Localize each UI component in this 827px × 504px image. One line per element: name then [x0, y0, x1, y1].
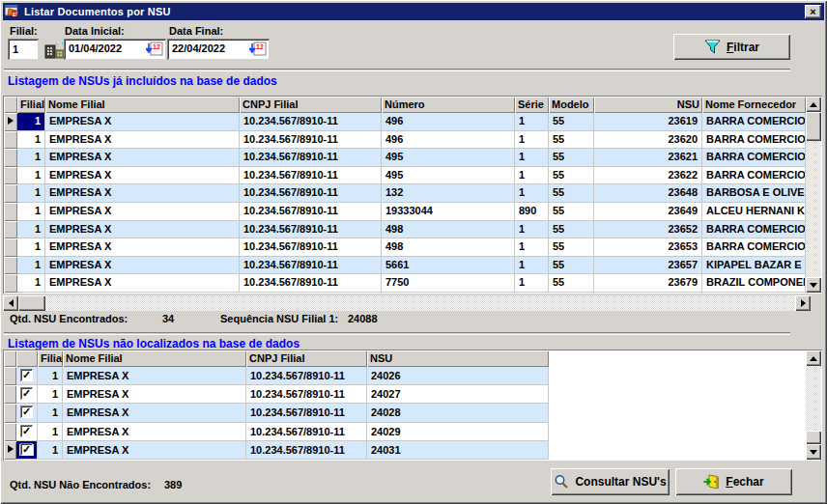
row-indicator-cell[interactable] [4, 385, 16, 404]
cell-modelo[interactable]: 55 [549, 257, 594, 275]
cell-filial[interactable]: 1 [17, 238, 45, 257]
checkbox-checked[interactable]: ✓ [20, 387, 33, 400]
scroll-left-button[interactable] [3, 295, 18, 311]
cell-fornecedor[interactable]: BRAZIL COMPONENT [702, 274, 806, 293]
cell-numero[interactable]: 498 [382, 221, 515, 239]
cell-nome[interactable]: EMPRESA X [45, 257, 240, 275]
cell-cnpj[interactable]: 10.234.567/8910-11 [246, 441, 367, 460]
cell-cnpj[interactable]: 10.234.567/8910-11 [246, 385, 367, 404]
cell-nsu[interactable]: 24031 [367, 441, 549, 460]
row-indicator-cell[interactable] [4, 149, 17, 167]
scroll-up-button[interactable] [806, 350, 821, 366]
cell-nome[interactable]: EMPRESA X [63, 404, 246, 422]
cell-modelo[interactable]: 55 [549, 149, 594, 167]
checkbox-checked[interactable]: ✓ [20, 369, 33, 381]
scroll-right-button[interactable] [795, 295, 811, 311]
cell-nsu[interactable]: 23679 [594, 274, 702, 293]
data-final-field[interactable]: 22/04/2022 12 [167, 39, 270, 60]
column-header-filial[interactable]: Filial [38, 350, 63, 367]
cell-numero[interactable]: 132 [382, 184, 515, 203]
cell-filial[interactable]: 1 [17, 149, 45, 167]
column-header-fornecedor[interactable]: Nome Fornecedor [702, 97, 806, 113]
scroll-thumb[interactable] [806, 431, 821, 444]
fechar-button[interactable]: Fechar [675, 468, 792, 495]
grid1-vertical-scrollbar[interactable] [806, 97, 821, 293]
cell-serie[interactable]: 1 [515, 221, 549, 239]
cell-filial[interactable]: 1 [17, 131, 45, 150]
cell-nome[interactable]: EMPRESA X [45, 221, 240, 239]
cell-filial[interactable]: 1 [17, 203, 45, 221]
cell-nsu[interactable]: 23652 [594, 221, 702, 239]
checkbox-checked[interactable]: ✓ [20, 425, 33, 437]
row-indicator-cell[interactable] [4, 423, 16, 441]
filial-input[interactable]: 1 [8, 39, 39, 60]
cell-nsu[interactable]: 23620 [594, 131, 702, 150]
cell-cnpj[interactable]: 10.234.567/8910-11 [240, 238, 382, 257]
cell-cnpj[interactable]: 10.234.567/8910-11 [240, 257, 382, 275]
cell-modelo[interactable]: 55 [549, 184, 594, 203]
cell-cnpj[interactable]: 10.234.567/8910-11 [246, 404, 367, 422]
checkbox-checked[interactable]: ✓ [20, 443, 33, 456]
cell-filial[interactable]: 1 [17, 167, 45, 185]
cell-filial[interactable]: 1 [38, 367, 63, 385]
cell-nome[interactable]: EMPRESA X [45, 184, 240, 203]
consultar-nsus-button[interactable]: Consultar NSU's [551, 468, 670, 495]
table-row[interactable]: 1EMPRESA X10.234.567/8910-11193330448905… [4, 203, 806, 221]
cell-cnpj[interactable]: 10.234.567/8910-11 [240, 221, 382, 239]
cell-cnpj[interactable]: 10.234.567/8910-11 [240, 203, 382, 221]
table-row[interactable]: 1EMPRESA X10.234.567/8910-1149515523621B… [4, 149, 806, 167]
column-header-nsu[interactable]: NSU [367, 350, 549, 367]
cell-fornecedor[interactable]: BARRA COMERCIO IN [702, 238, 806, 257]
scroll-thumb[interactable] [18, 295, 45, 311]
cell-cnpj[interactable]: 10.234.567/8910-11 [240, 274, 382, 293]
cell-numero[interactable]: 498 [382, 238, 515, 257]
cell-modelo[interactable]: 55 [549, 203, 594, 221]
column-header-serie[interactable]: Série [515, 97, 549, 113]
scroll-up-button[interactable] [806, 97, 821, 112]
cell-nsu[interactable]: 23649 [594, 203, 702, 221]
cell-numero[interactable]: 19333044 [382, 203, 515, 221]
cell-serie[interactable]: 1 [515, 257, 549, 275]
table-row[interactable]: ✓1EMPRESA X10.234.567/8910-1124028 [4, 404, 806, 422]
table-row[interactable]: ✓1EMPRESA X10.234.567/8910-1124026 [4, 367, 806, 385]
cell-nome[interactable]: EMPRESA X [45, 274, 240, 293]
scroll-thumb[interactable] [806, 112, 821, 141]
table-row[interactable]: 1EMPRESA X10.234.567/8910-1149815523653B… [4, 238, 806, 257]
table-row[interactable]: ✓1EMPRESA X10.234.567/8910-1124031 [4, 441, 806, 460]
cell-fornecedor[interactable]: BARRA COMERCIO IN [702, 113, 806, 131]
grid1-horizontal-scrollbar[interactable] [3, 295, 811, 311]
cell-filial[interactable]: 1 [38, 404, 63, 422]
cell-nome[interactable]: EMPRESA X [63, 423, 246, 441]
data-final-calendar-button[interactable]: 12 [249, 42, 267, 57]
cell-cnpj[interactable]: 10.234.567/8910-11 [240, 113, 382, 131]
checkbox-checked[interactable]: ✓ [20, 406, 33, 418]
cell-modelo[interactable]: 55 [549, 238, 594, 257]
row-indicator-cell[interactable] [4, 257, 17, 275]
cell-filial[interactable]: 1 [17, 113, 45, 131]
filtrar-button[interactable]: Filtrar [673, 34, 790, 60]
column-header-modelo[interactable]: Modelo [549, 97, 594, 113]
cell-filial[interactable]: 1 [17, 184, 45, 203]
cell-filial[interactable]: 1 [17, 257, 45, 275]
cell-modelo[interactable]: 55 [549, 167, 594, 185]
cell-modelo[interactable]: 55 [549, 131, 594, 150]
cell-nome[interactable]: EMPRESA X [63, 367, 246, 385]
cell-serie[interactable]: 1 [515, 149, 549, 167]
cell-numero[interactable]: 5661 [382, 257, 515, 275]
cell-serie[interactable]: 1 [515, 274, 549, 293]
row-indicator-cell[interactable] [4, 367, 16, 385]
grid2-vertical-scrollbar[interactable] [806, 350, 821, 460]
cell-nsu[interactable]: 23653 [594, 238, 702, 257]
cell-nome[interactable]: EMPRESA X [45, 113, 240, 131]
checkbox-cell[interactable]: ✓ [16, 367, 38, 385]
cell-serie[interactable]: 1 [515, 184, 549, 203]
cell-filial[interactable]: 1 [17, 274, 45, 293]
cell-nsu[interactable]: 23619 [594, 113, 702, 131]
cell-cnpj[interactable]: 10.234.567/8910-11 [246, 367, 367, 385]
cell-nsu[interactable]: 24027 [367, 385, 549, 404]
table-row[interactable]: 1EMPRESA X10.234.567/8910-1149615523620B… [4, 131, 806, 150]
cell-modelo[interactable]: 55 [549, 274, 594, 293]
row-indicator-cell[interactable] [4, 404, 16, 422]
table-row[interactable]: 1EMPRESA X10.234.567/8910-1149615523619B… [4, 113, 806, 131]
scroll-down-button[interactable] [806, 277, 821, 293]
